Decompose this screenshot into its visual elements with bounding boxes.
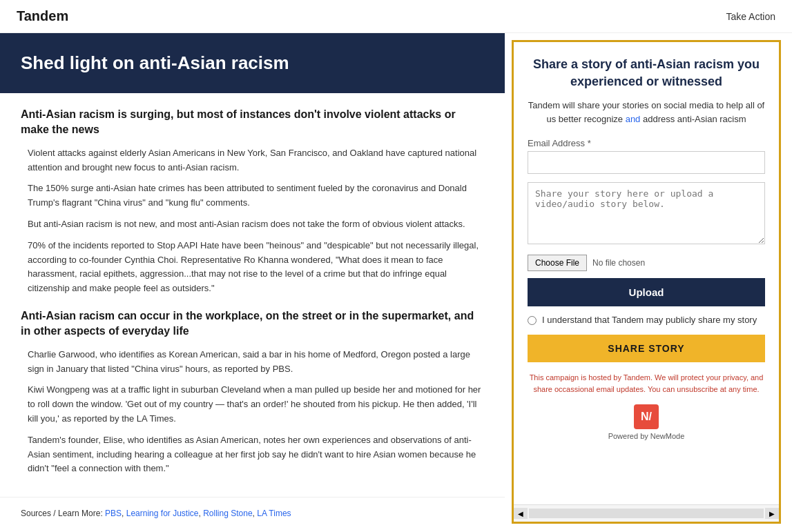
form-panel: Share a story of anti-Asian racism you e… xyxy=(514,42,779,504)
subtitle-post: address anti-Asian racism xyxy=(640,114,746,124)
source-learning-for-justice[interactable]: Learning for Justice xyxy=(126,509,199,518)
article-para-3: But anti-Asian racism is not new, and mo… xyxy=(21,217,484,232)
hero-section: Shed light on anti-Asian racism xyxy=(0,33,505,93)
sources-label: Sources / Learn More: xyxy=(21,509,103,518)
scrollbar-area: ◀ ▶ xyxy=(514,504,779,522)
share-story-button[interactable]: SHARE STORY xyxy=(528,335,765,362)
scroll-left-button[interactable]: ◀ xyxy=(514,508,528,519)
form-title: Share a story of anti-Asian racism you e… xyxy=(528,56,765,90)
left-column: Shed light on anti-Asian racism Anti-Asi… xyxy=(0,33,505,531)
article-para-1: Violent attacks against elderly Asian Am… xyxy=(21,146,484,175)
header: Tandem Take Action xyxy=(0,0,792,33)
section2-heading: Anti-Asian racism can occur in the workp… xyxy=(21,308,484,339)
sources-bar: Sources / Learn More: PBS, Learning for … xyxy=(0,497,505,529)
email-label: Email Address * xyxy=(528,138,765,148)
choose-file-button[interactable]: Choose File xyxy=(528,255,587,271)
scroll-right-button[interactable]: ▶ xyxy=(765,508,779,519)
file-row: Choose File No file chosen xyxy=(528,255,765,271)
article-para-6: Kiwi Wongpeng was at a traffic light in … xyxy=(21,383,484,426)
email-group: Email Address * xyxy=(528,138,765,174)
consent-label: I understand that Tandem may publicly sh… xyxy=(542,315,757,325)
logo: Tandem xyxy=(17,8,68,24)
powered-by-text: Powered by NewMode xyxy=(528,432,765,440)
article-para-5: Charlie Garwood, who identifies as Korea… xyxy=(21,348,484,377)
source-pbs[interactable]: PBS xyxy=(105,509,122,518)
powered-by: N/ Powered by NewMode xyxy=(528,404,765,440)
consent-checkbox-row: I understand that Tandem may publicly sh… xyxy=(528,315,765,325)
newmode-logo-icon: N/ xyxy=(634,404,659,429)
article-para-4: 70% of the incidents reported to Stop AA… xyxy=(21,239,484,296)
article-section: Anti-Asian racism is surging, but most o… xyxy=(0,93,505,490)
right-column-form: Share a story of anti-Asian racism you e… xyxy=(512,40,781,524)
article-para-2: The 150% surge anti-Asian hate crimes ha… xyxy=(21,181,484,210)
source-la-times[interactable]: LA Times xyxy=(257,509,291,518)
hero-title: Shed light on anti-Asian racism xyxy=(21,52,484,74)
story-textarea[interactable] xyxy=(528,182,765,244)
consent-radio[interactable] xyxy=(528,316,537,325)
subtitle-link: and xyxy=(626,114,641,124)
scroll-track xyxy=(529,509,764,518)
main-content: Shed light on anti-Asian racism Anti-Asi… xyxy=(0,33,792,531)
privacy-note: This campaign is hosted by Tandem. We wi… xyxy=(528,372,765,395)
form-subtitle: Tandem will share your stories on social… xyxy=(528,99,765,126)
no-file-text: No file chosen xyxy=(592,258,645,268)
source-rolling-stone[interactable]: Rolling Stone xyxy=(203,509,252,518)
section1-heading: Anti-Asian racism is surging, but most o… xyxy=(21,107,484,138)
take-action-link[interactable]: Take Action xyxy=(726,11,775,22)
article-para-7: Tandem's founder, Elise, who identifies … xyxy=(21,433,484,476)
email-input[interactable] xyxy=(528,151,765,174)
story-group xyxy=(528,182,765,246)
upload-button[interactable]: Upload xyxy=(528,278,765,306)
